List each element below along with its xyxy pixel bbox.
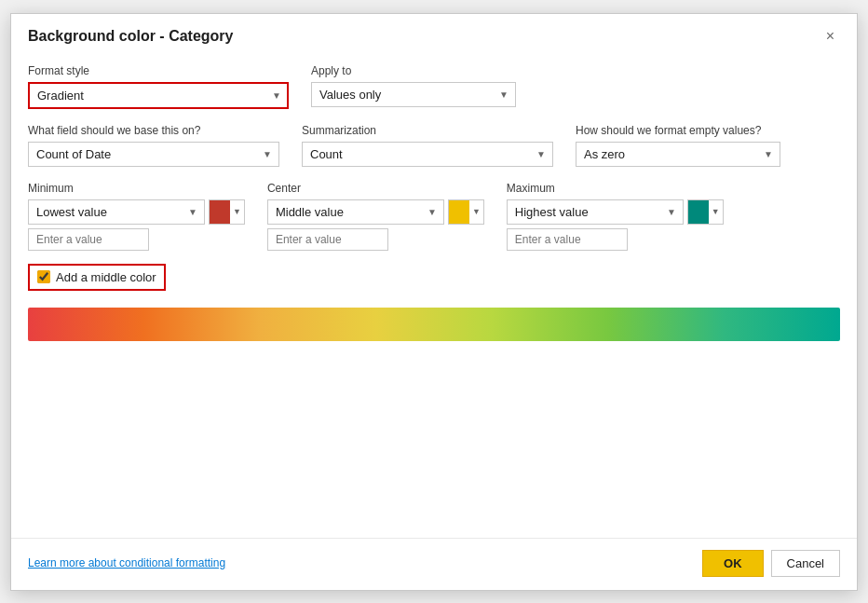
apply-to-select[interactable]: Values only Total Grand total bbox=[311, 82, 516, 107]
center-color-button[interactable]: ▼ bbox=[448, 199, 484, 225]
close-button[interactable]: × bbox=[821, 27, 840, 46]
empty-values-label: How should we format empty values? bbox=[576, 124, 780, 137]
minimum-color-swatch bbox=[210, 200, 230, 224]
maximum-swatch-chevron-icon: ▼ bbox=[709, 207, 723, 216]
maximum-type-select[interactable]: Highest value Number Percent bbox=[507, 199, 684, 225]
minimum-label: Minimum bbox=[28, 182, 245, 195]
apply-to-wrapper: Values only Total Grand total ▼ bbox=[311, 82, 516, 107]
summarization-select[interactable]: Count Sum Average bbox=[302, 142, 553, 167]
maximum-color-swatch bbox=[688, 200, 709, 224]
maximum-type-wrapper: Highest value Number Percent ▼ bbox=[507, 199, 684, 225]
field-label: What field should we base this on? bbox=[28, 124, 279, 137]
empty-values-select[interactable]: As zero As missing bbox=[576, 142, 780, 167]
row-format-apply: Format style Gradient Rules Field value … bbox=[28, 64, 840, 109]
ok-button[interactable]: OK bbox=[702, 550, 764, 577]
format-style-group: Format style Gradient Rules Field value … bbox=[28, 64, 289, 109]
learn-more-link[interactable]: Learn more about conditional formatting bbox=[28, 556, 225, 569]
apply-to-group: Apply to Values only Total Grand total ▼ bbox=[311, 64, 516, 107]
maximum-color-button[interactable]: ▼ bbox=[687, 199, 724, 225]
field-group: What field should we base this on? Count… bbox=[28, 124, 279, 167]
summarization-group: Summarization Count Sum Average ▼ bbox=[302, 124, 553, 167]
center-swatch-chevron-icon: ▼ bbox=[469, 207, 483, 216]
gradient-preview-bar bbox=[28, 308, 840, 341]
minimum-type-select[interactable]: Lowest value Number Percent bbox=[28, 199, 205, 225]
maximum-group: Maximum Highest value Number Percent ▼ ▼ bbox=[507, 182, 724, 251]
center-color-swatch bbox=[449, 200, 469, 224]
format-style-wrapper: Gradient Rules Field value ▼ bbox=[28, 82, 289, 109]
center-color-row: Middle value Number Percent ▼ ▼ bbox=[267, 199, 484, 225]
empty-values-group: How should we format empty values? As ze… bbox=[576, 124, 780, 167]
minimum-color-row: Lowest value Number Percent ▼ ▼ bbox=[28, 199, 245, 225]
apply-to-label: Apply to bbox=[311, 64, 516, 77]
maximum-value-input[interactable] bbox=[507, 228, 628, 251]
field-wrapper: Count of Date ▼ bbox=[28, 142, 279, 167]
background-color-dialog: Background color - Category × Format sty… bbox=[10, 13, 858, 591]
dialog-footer: Learn more about conditional formatting … bbox=[11, 538, 857, 590]
center-label: Center bbox=[267, 182, 484, 195]
dialog-header: Background color - Category × bbox=[11, 14, 857, 55]
format-style-select[interactable]: Gradient Rules Field value bbox=[28, 82, 289, 109]
maximum-color-row: Highest value Number Percent ▼ ▼ bbox=[507, 199, 724, 225]
empty-values-wrapper: As zero As missing ▼ bbox=[576, 142, 780, 167]
center-type-wrapper: Middle value Number Percent ▼ bbox=[267, 199, 444, 225]
center-group: Center Middle value Number Percent ▼ ▼ bbox=[267, 182, 484, 251]
minmax-section: Minimum Lowest value Number Percent ▼ ▼ bbox=[28, 182, 840, 251]
format-style-label: Format style bbox=[28, 64, 289, 77]
minimum-swatch-chevron-icon: ▼ bbox=[230, 207, 244, 216]
add-middle-color-checkbox[interactable] bbox=[37, 270, 50, 283]
minimum-value-input[interactable] bbox=[28, 228, 149, 251]
center-type-select[interactable]: Middle value Number Percent bbox=[267, 199, 444, 225]
cancel-button[interactable]: Cancel bbox=[771, 550, 840, 577]
summarization-wrapper: Count Sum Average ▼ bbox=[302, 142, 553, 167]
summarization-label: Summarization bbox=[302, 124, 553, 137]
minimum-type-wrapper: Lowest value Number Percent ▼ bbox=[28, 199, 205, 225]
add-middle-color-label: Add a middle color bbox=[56, 270, 156, 284]
dialog-body: Format style Gradient Rules Field value … bbox=[11, 55, 857, 538]
field-select[interactable]: Count of Date bbox=[28, 142, 279, 167]
minimum-color-button[interactable]: ▼ bbox=[209, 199, 245, 225]
row-field-summarization-empty: What field should we base this on? Count… bbox=[28, 124, 840, 167]
maximum-label: Maximum bbox=[507, 182, 724, 195]
add-middle-color-row: Add a middle color bbox=[28, 264, 166, 291]
minimum-group: Minimum Lowest value Number Percent ▼ ▼ bbox=[28, 182, 245, 251]
dialog-title: Background color - Category bbox=[28, 28, 233, 45]
footer-buttons: OK Cancel bbox=[702, 550, 840, 577]
center-value-input[interactable] bbox=[267, 228, 388, 251]
